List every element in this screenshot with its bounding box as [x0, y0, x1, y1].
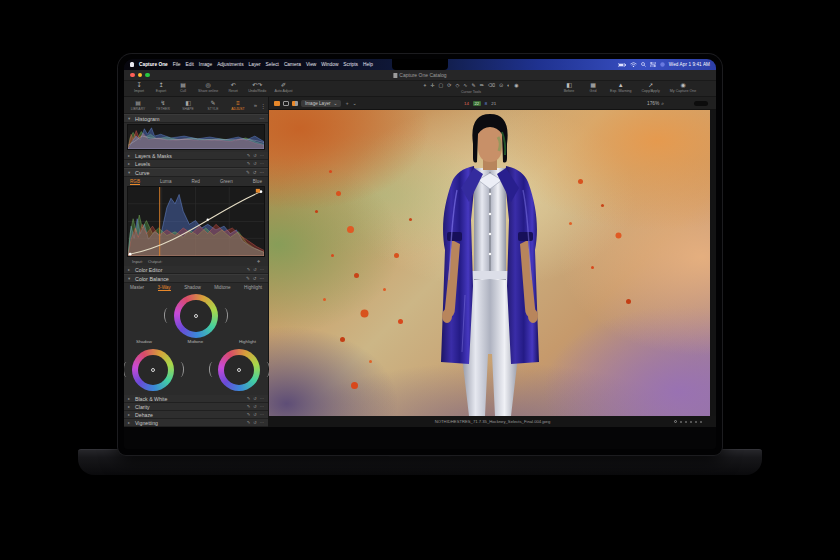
toolbar-button[interactable]: ↥ Export — [154, 82, 168, 93]
rating-dots[interactable] — [674, 420, 702, 423]
menu-item[interactable]: Layer — [249, 62, 261, 67]
menu-item[interactable]: Scripts — [343, 62, 358, 67]
controlcenter-icon[interactable] — [650, 62, 656, 67]
photo-canvas[interactable] — [269, 110, 710, 416]
more-icon[interactable]: ⋯ — [260, 153, 264, 158]
tool-tab[interactable]: ◧ SHAPE — [176, 99, 200, 111]
brush-icon[interactable]: ✎ — [247, 396, 251, 401]
brush-icon[interactable]: ✎ — [247, 404, 251, 409]
apple-icon[interactable] — [130, 62, 134, 67]
cursor-tool-icon[interactable]: ✎ — [471, 82, 475, 89]
menubar-clock[interactable]: Wed Apr 1 9:41 AM — [669, 62, 710, 67]
toolbar-button[interactable]: ▤ Cull — [176, 82, 190, 93]
menu-item[interactable]: Help — [363, 62, 373, 67]
cursor-tool-icon[interactable]: ⌫ — [488, 82, 495, 89]
close-button[interactable] — [130, 73, 135, 78]
battery-icon[interactable] — [618, 63, 626, 67]
brush-icon[interactable]: ✎ — [247, 153, 251, 158]
panel-header[interactable]: ▸ Vignetting ✎ ↺ ⋯ — [124, 419, 268, 427]
curve-channel-tab[interactable]: Blue — [253, 179, 262, 184]
color-balance-tab[interactable]: Shadow — [184, 285, 201, 290]
more-icon[interactable]: ⋯ — [260, 114, 265, 123]
cursor-tool-icon[interactable]: ▢ — [438, 82, 443, 89]
more-icon[interactable]: ⋯ — [260, 396, 264, 401]
more-icon[interactable]: ⋯ — [260, 274, 265, 283]
histogram-header[interactable]: ▾ Histogram ⋯ — [124, 114, 268, 123]
reset-icon[interactable]: ↺ — [253, 396, 257, 401]
midtone-wheel[interactable] — [174, 294, 218, 338]
panel-header[interactable]: ▸ Dehaze ✎ ↺ ⋯ — [124, 411, 268, 419]
more-icon[interactable]: ⋯ — [260, 420, 264, 425]
menu-item[interactable]: File — [173, 62, 181, 67]
single-view-icon[interactable] — [283, 101, 289, 106]
cursor-tool-icon[interactable]: ⟳ — [447, 82, 451, 89]
color-balance-tab[interactable]: Midtone — [214, 285, 230, 290]
wheel-handle[interactable] — [151, 368, 155, 372]
more-icon[interactable]: ⋯ — [260, 161, 264, 166]
search-icon[interactable] — [641, 62, 646, 67]
cursor-tool-icon[interactable]: ⊙ — [499, 82, 503, 89]
layer-menu-icon[interactable]: ⌄ — [352, 100, 356, 106]
toolbar-button[interactable]: ◧ Before — [562, 82, 576, 93]
panel-header[interactable]: ▸ Levels ✎ ↺ ⋯ — [124, 160, 268, 168]
toolbar-button[interactable]: ➚ Copy/Apply — [641, 82, 659, 93]
tab-options-icon[interactable]: ⋮ — [260, 102, 266, 109]
add-layer-button[interactable]: ＋ — [344, 100, 349, 106]
menu-item[interactable]: View — [306, 62, 316, 67]
compare-view-icon[interactable] — [292, 101, 298, 106]
cursor-tool-icon[interactable]: ◉ — [514, 82, 518, 89]
tool-tab[interactable]: ✎ STYLE — [201, 99, 225, 111]
menu-item[interactable]: Camera — [284, 62, 301, 67]
toolbar-button[interactable]: ▲ Exp. Warning — [610, 82, 631, 93]
panel-header[interactable]: ▸ Layers & Masks ✎ ↺ ⋯ — [124, 152, 268, 160]
toolbar-button[interactable]: ✐ Auto Adjust — [274, 82, 292, 93]
cursor-tool-icon[interactable]: ◐ — [507, 82, 510, 89]
color-balance-header[interactable]: ▾ Color Balance ✎ ↺ ⋯ — [124, 274, 268, 283]
brush-icon[interactable]: ✎ — [246, 274, 250, 283]
tool-tab[interactable]: ≡ ADJUST — [226, 99, 250, 111]
menu-item[interactable]: Capture One — [139, 62, 168, 67]
brush-icon[interactable]: ✎ — [247, 161, 251, 166]
menu-item[interactable]: Select — [266, 62, 279, 67]
brush-icon[interactable]: ✎ — [247, 267, 251, 272]
toolbar-button[interactable]: ↶ Reset — [226, 82, 240, 93]
reset-icon[interactable]: ↺ — [253, 274, 257, 283]
more-icon[interactable]: ⋯ — [260, 267, 264, 272]
panel-header[interactable]: ▸ Black & White ✎ ↺ ⋯ — [124, 395, 268, 403]
reset-icon[interactable]: ↺ — [253, 267, 257, 272]
zoom-control[interactable]: 176% ⌕ — [647, 101, 664, 106]
cursor-tool-icon[interactable]: ◇ — [455, 82, 459, 89]
viewer-handle[interactable] — [694, 101, 708, 106]
tool-tab[interactable]: ↯ TETHER — [151, 99, 175, 111]
curve-picker-icon[interactable]: ⌖ — [257, 258, 260, 265]
menu-item[interactable]: Window — [321, 62, 338, 67]
cursor-tool-icon[interactable]: ∿ — [463, 82, 467, 89]
more-tabs-chevron-icon[interactable]: » — [254, 102, 257, 109]
minimize-button[interactable] — [138, 73, 143, 78]
wheel-handle[interactable] — [237, 368, 241, 372]
curve-header[interactable]: ▾ Curve ✎ ↺ ⋯ — [124, 168, 268, 177]
more-icon[interactable]: ⋯ — [260, 404, 264, 409]
color-balance-tab[interactable]: Highlight — [244, 285, 262, 290]
toolbar-button[interactable]: ◉ My Capture One — [670, 82, 696, 93]
more-icon[interactable]: ⋯ — [260, 412, 264, 417]
curve-graph[interactable] — [127, 186, 265, 257]
curve-channel-tab[interactable]: Luma — [160, 179, 172, 184]
siri-icon[interactable] — [660, 62, 665, 67]
cursor-tool-icon[interactable]: ✛ — [430, 82, 434, 89]
toolbar-button[interactable]: ↧ Import — [132, 82, 146, 93]
cursor-tool-icon[interactable]: ⌖ — [423, 82, 426, 89]
cursor-tool-icon[interactable]: ✏ — [480, 82, 484, 89]
reset-icon[interactable]: ↺ — [253, 153, 257, 158]
menu-item[interactable]: Edit — [186, 62, 194, 67]
highlight-wheel[interactable] — [218, 349, 260, 391]
curve-channel-tab[interactable]: Red — [192, 179, 200, 184]
zoom-button[interactable] — [145, 73, 150, 78]
panel-header[interactable]: ▸ Clarity ✎ ↺ ⋯ — [124, 403, 268, 411]
color-balance-tab[interactable]: 3-Way — [158, 285, 171, 291]
curve-channel-tab[interactable]: RGB — [130, 179, 140, 185]
proof-view-icon[interactable] — [274, 101, 280, 106]
reset-icon[interactable]: ↺ — [253, 168, 257, 177]
toolbar-button[interactable]: ◎ Share online — [198, 82, 218, 93]
menu-item[interactable]: Adjustments — [217, 62, 243, 67]
